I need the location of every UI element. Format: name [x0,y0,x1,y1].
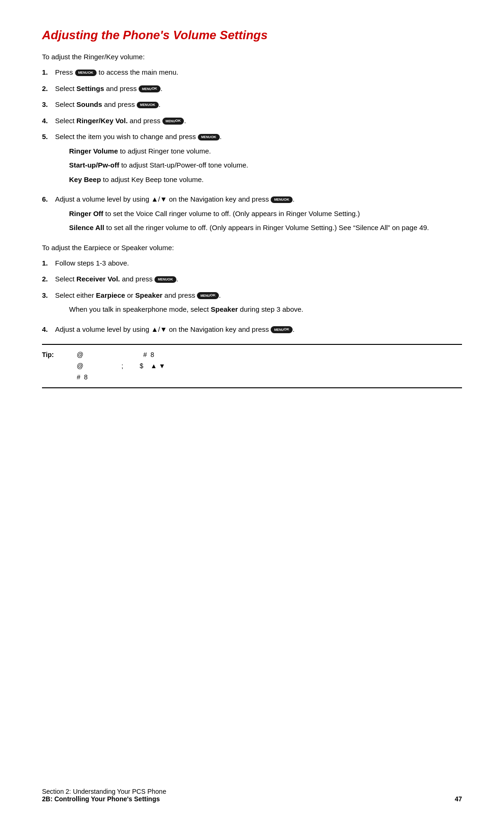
step-1: 1. Press MENUOK to access the main menu. [42,67,462,78]
step-4-bold: Ringer/Key Vol. [77,117,128,125]
tip-row: Tip: @ # 8 @ ; $ ▲ ▼ # 8 [42,350,462,383]
estep-3: 3. Select either Earpiece or Speaker and… [42,290,462,319]
sub-item-ringer-off: Ringer Off to set the Voice Call ringer … [69,209,462,219]
content: Adjusting the Phone's Volume Settings To… [42,28,462,783]
page: Adjusting the Phone's Volume Settings To… [0,0,504,840]
estep-4-content: Adjust a volume level by using ▲/▼ on th… [55,324,462,335]
footer-subsection: 2B: Controlling Your Phone's Settings 47 [42,795,462,803]
tip-box: Tip: @ # 8 @ ; $ ▲ ▼ # 8 [42,344,462,388]
step-2-num: 2. [42,84,55,94]
intro-earpiece: To adjust the Earpiece or Speaker volume… [42,244,462,252]
step-4-content: Select Ringer/Key Vol. and press MENUOK. [55,116,462,126]
ringer-steps-list: 1. Press MENUOK to access the main menu.… [42,67,462,237]
sub-item-ringer-volume: Ringer Volume to adjust Ringer tone volu… [69,146,462,157]
step-4: 4. Select Ringer/Key Vol. and press MENU… [42,116,462,126]
ringer-off-label: Ringer Off [69,210,103,217]
estep-1: 1. Follow steps 1-3 above. [42,258,462,269]
step-6-sub-items: Ringer Off to set the Voice Call ringer … [55,209,462,233]
step-2-bold: Settings [77,84,104,92]
estep-2: 2. Select Receiver Vol. and press MENUOK… [42,274,462,285]
menu-btn-4: MENUOK [162,118,184,124]
key-beep-label: Key Beep [69,175,101,183]
step-2: 2. Select Settings and press MENUOK. [42,84,462,94]
estep-3-sub-items: When you talk in speakerphone mode, sele… [55,304,462,315]
step-5-num: 5. [42,132,55,142]
menu-btn-3: MENUOK [137,102,159,108]
estep-2-content: Select Receiver Vol. and press MENUOK. [55,274,462,285]
menu-btn-e2: MENUOK [154,276,176,283]
estep-2-num: 2. [42,274,55,285]
earpiece-label: Earpiece [96,291,126,299]
menu-btn-e3: MENUOK [197,292,219,299]
step-3-content: Select Sounds and press MENUOK. [55,99,462,110]
menu-btn-e4: MENUOK [271,326,293,333]
estep-3-num: 3. [42,290,55,301]
sub-item-speaker-phone: When you talk in speakerphone mode, sele… [69,304,462,315]
step-3-num: 3. [42,99,55,110]
estep-1-num: 1. [42,258,55,269]
step-1-num: 1. [42,67,55,78]
sub-item-key-beep: Key Beep to adjust Key Beep tone volume. [69,175,462,185]
step-1-content: Press MENUOK to access the main menu. [55,67,462,78]
estep-3-content: Select either Earpiece or Speaker and pr… [55,290,462,319]
footer-section-label: Section 2: Understanding Your PCS Phone [42,788,462,795]
menu-btn-5: MENUOK [198,134,220,140]
receiver-vol-label: Receiver Vol. [77,275,120,283]
step-6-num: 6. [42,194,55,205]
menu-btn-1-bot: OK [88,70,93,75]
ringer-volume-label: Ringer Volume [69,147,118,155]
estep-4: 4. Adjust a volume level by using ▲/▼ on… [42,324,462,335]
footer-page-num: 47 [455,795,462,803]
step-5-content: Select the item you wish to change and p… [55,132,462,189]
earpiece-steps-list: 1. Follow steps 1-3 above. 2. Select Rec… [42,258,462,335]
tip-label: Tip: [42,350,68,360]
speaker-phone-label: Speaker [211,305,238,313]
footer-subsection-label: 2B: Controlling Your Phone's Settings [42,795,160,803]
step-6: 6. Adjust a volume level by using ▲/▼ on… [42,194,462,237]
menu-btn-2: MENUOK [139,85,161,92]
step-6-content: Adjust a volume level by using ▲/▼ on th… [55,194,462,237]
menu-btn-6: MENUOK [271,196,293,203]
startup-pwoff-label: Start-up/Pw-off [69,161,119,169]
silence-all-label: Silence All [69,224,104,231]
step-3-bold: Sounds [77,100,102,108]
estep-1-content: Follow steps 1-3 above. [55,258,462,269]
step-5: 5. Select the item you wish to change an… [42,132,462,189]
step-2-content: Select Settings and press MENUOK. [55,84,462,94]
menu-btn-1: MENUOK [75,70,97,76]
sub-item-silence-all: Silence All to set all the ringer volume… [69,223,462,233]
page-title: Adjusting the Phone's Volume Settings [42,28,462,42]
step-3: 3. Select Sounds and press MENUOK. [42,99,462,110]
menu-btn-1-top: MENU [78,70,88,75]
estep-4-num: 4. [42,324,55,335]
sub-item-startup-pwoff: Start-up/Pw-off to adjust Start-up/Power… [69,160,462,171]
footer: Section 2: Understanding Your PCS Phone … [42,783,462,803]
intro-ringer: To adjust the Ringer/Key volume: [42,53,462,61]
tip-content: @ # 8 @ ; $ ▲ ▼ # 8 [68,350,462,383]
step-4-num: 4. [42,116,55,126]
speaker-label: Speaker [135,291,162,299]
step-5-sub-items: Ringer Volume to adjust Ringer tone volu… [55,146,462,185]
